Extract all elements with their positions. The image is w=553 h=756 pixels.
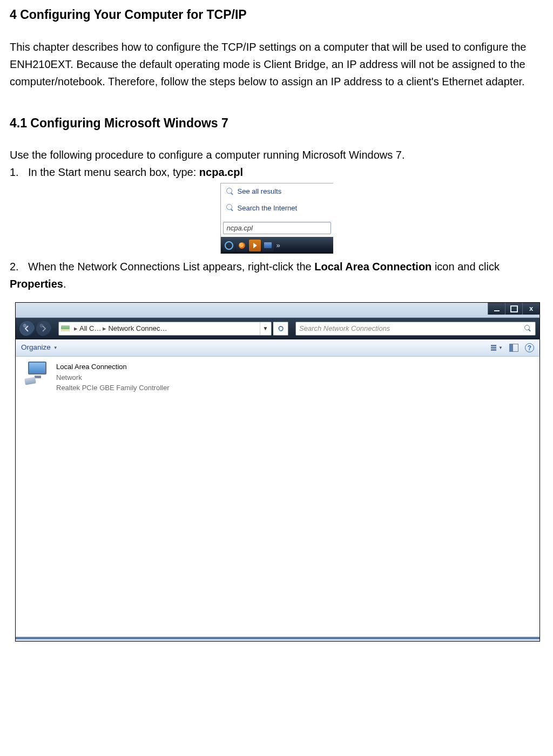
step-2-bold-1: Local Area Connection	[314, 261, 431, 273]
section-title: 4.1 Configuring Microsoft Windows 7	[10, 114, 543, 133]
step-1-text: In the Start menu search box, type:	[28, 166, 199, 178]
organize-label: Organize	[21, 342, 51, 353]
search-box[interactable]: Search Network Connections	[295, 322, 536, 336]
preview-pane-button[interactable]	[509, 344, 518, 352]
back-button[interactable]	[19, 321, 35, 336]
start-search-input[interactable]	[223, 222, 331, 234]
window-titlebar: x	[16, 303, 539, 318]
arrow-right-icon	[41, 325, 47, 332]
help-button[interactable]: ?	[525, 343, 534, 352]
explorer-toolbar: Organize ▼ ?	[16, 339, 539, 357]
see-all-label: See all results	[238, 186, 282, 197]
local-area-connection-item[interactable]: Local Area Connection Network Realtek PC…	[16, 357, 200, 398]
search-icon	[226, 204, 234, 212]
organize-menu[interactable]: Organize	[21, 342, 58, 353]
explorer-body: Local Area Connection Network Realtek PC…	[16, 357, 539, 637]
address-bar[interactable]: ▸ All C… ▸ Network Connec… ▼	[58, 322, 272, 336]
breadcrumb-sep-icon: ▸	[72, 323, 79, 334]
breadcrumb-seg-2[interactable]: Network Connec…	[108, 323, 167, 334]
connection-text: Local Area Connection Network Realtek PC…	[56, 362, 170, 393]
taskbar-ie-icon[interactable]	[223, 240, 235, 251]
step-2-pre: When the Network Connections List appear…	[28, 261, 314, 273]
step-2-number: 2.	[10, 258, 28, 275]
view-options-button[interactable]: ▼	[491, 345, 503, 351]
breadcrumb-sep-icon: ▸	[101, 323, 108, 334]
step-1-number: 1.	[10, 164, 28, 181]
taskbar-explorer-icon[interactable]	[262, 240, 274, 251]
forward-button[interactable]	[36, 321, 51, 336]
close-button[interactable]: x	[522, 303, 539, 315]
maximize-button[interactable]	[505, 303, 522, 315]
taskbar-firefox-icon[interactable]	[236, 240, 248, 251]
address-dropdown-icon[interactable]: ▼	[260, 322, 271, 335]
view-list-icon	[491, 345, 496, 351]
explorer-navbar: ▸ All C… ▸ Network Connec… ▼ Search Netw…	[16, 318, 539, 339]
search-internet-label: Search the Internet	[238, 203, 298, 214]
connection-title: Local Area Connection	[56, 362, 170, 372]
location-folder-icon	[60, 324, 70, 333]
chapter-intro: This chapter describes how to configure …	[10, 38, 543, 90]
figure-start-menu-search: See all results Search the Internet »	[220, 183, 333, 254]
step-2: 2.When the Network Connections List appe…	[10, 258, 543, 292]
chevron-down-icon: ▼	[498, 345, 503, 351]
step-2-bold-2: Properties	[10, 278, 63, 290]
refresh-button[interactable]	[273, 322, 288, 336]
figure-network-connections-window: x ▸ All C… ▸ Network Connec… ▼ Search Ne…	[15, 302, 540, 642]
chapter-title: 4 Configuring Your Computer for TCP/IP	[10, 5, 543, 24]
window-controls: x	[488, 303, 539, 315]
connection-status: Network	[56, 372, 170, 383]
search-icon	[226, 188, 234, 195]
search-icon	[524, 325, 532, 332]
step-1: 1.In the Start menu search box, type: nc…	[10, 164, 543, 181]
step-2-post: .	[63, 278, 66, 290]
taskbar: »	[221, 237, 333, 254]
window-bottom-edge	[16, 637, 539, 641]
connection-device: Realtek PCIe GBE Family Controller	[56, 383, 170, 393]
network-adapter-icon	[25, 362, 52, 384]
taskbar-media-icon[interactable]	[249, 240, 261, 251]
section-lead: Use the following procedure to configure…	[10, 146, 543, 164]
search-result-see-all[interactable]: See all results	[221, 183, 333, 200]
step-1-command: ncpa.cpl	[199, 166, 243, 178]
arrow-left-icon	[24, 325, 30, 332]
start-search-container	[221, 217, 333, 235]
minimize-button[interactable]	[488, 303, 505, 315]
search-placeholder: Search Network Connections	[299, 323, 390, 334]
refresh-icon	[277, 325, 285, 332]
taskbar-overflow-icon[interactable]: »	[275, 240, 282, 251]
step-2-mid: icon and click	[431, 261, 500, 273]
search-result-internet[interactable]: Search the Internet	[221, 200, 333, 217]
breadcrumb-seg-1[interactable]: All C…	[79, 323, 101, 334]
